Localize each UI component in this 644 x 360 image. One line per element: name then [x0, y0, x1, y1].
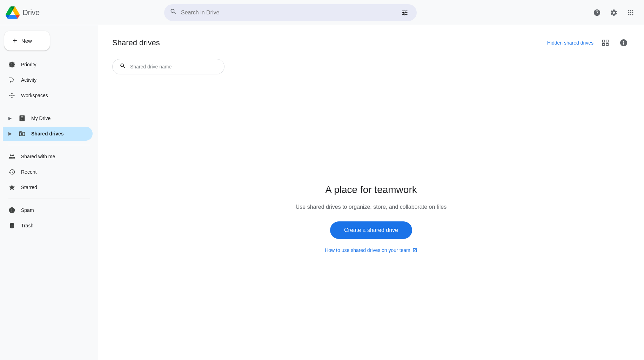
workspaces-label: Workspaces	[21, 93, 48, 98]
starred-icon	[8, 184, 15, 191]
priority-icon	[8, 61, 15, 68]
svg-point-3	[9, 95, 11, 96]
sidebar-item-shared-drives[interactable]: ▶ Shared drives	[3, 127, 93, 141]
trash-label: Trash	[21, 223, 33, 228]
logo-text: Drive	[22, 8, 40, 17]
help-button[interactable]	[589, 5, 605, 20]
spam-icon	[8, 207, 15, 214]
page-title: Shared drives	[112, 38, 160, 47]
sidebar-item-activity[interactable]: Activity	[3, 73, 93, 87]
header-actions: Hidden shared drives	[547, 36, 630, 49]
my-drive-label: My Drive	[31, 115, 51, 121]
logo-area[interactable]: Drive	[6, 6, 76, 20]
sidebar-divider-3	[8, 199, 90, 199]
search-drives-icon	[120, 63, 126, 71]
empty-state-title: A place for teamwork	[325, 184, 417, 195]
create-shared-drive-button[interactable]: Create a shared drive	[330, 221, 412, 239]
sidebar-item-my-drive[interactable]: ▶ My Drive	[3, 111, 93, 125]
svg-point-1	[13, 95, 14, 96]
activity-icon	[8, 76, 15, 84]
sidebar-item-priority[interactable]: Priority	[3, 58, 93, 72]
sidebar-divider-2	[8, 145, 90, 145]
recent-icon	[8, 168, 15, 175]
sidebar-item-recent[interactable]: Recent	[3, 165, 93, 179]
hidden-drives-link[interactable]: Hidden shared drives	[547, 40, 593, 46]
help-link-text: How to use shared drives on your team	[325, 247, 410, 253]
sidebar-divider-1	[8, 107, 90, 107]
settings-button[interactable]	[606, 5, 622, 20]
priority-label: Priority	[21, 62, 36, 67]
sidebar-item-workspaces[interactable]: Workspaces	[3, 88, 93, 102]
my-drive-icon	[19, 115, 26, 122]
shared-drives-label: Shared drives	[31, 131, 64, 136]
workspaces-icon	[8, 92, 15, 99]
drive-logo-icon	[6, 6, 20, 20]
search-drives-bar[interactable]	[112, 59, 224, 74]
grid-view-button[interactable]	[599, 36, 612, 49]
new-button-label: New	[21, 38, 32, 44]
svg-point-0	[11, 95, 12, 96]
spam-label: Spam	[21, 207, 34, 213]
sidebar-item-shared-with-me[interactable]: Shared with me	[3, 149, 93, 164]
sidebar-item-starred[interactable]: Starred	[3, 180, 93, 194]
shared-with-me-label: Shared with me	[21, 154, 55, 159]
search-icon	[170, 8, 177, 17]
search-bar[interactable]	[164, 4, 417, 21]
shared-drives-expand-icon: ▶	[8, 131, 12, 136]
external-link-icon	[412, 248, 417, 253]
activity-label: Activity	[21, 77, 36, 83]
sidebar-item-trash[interactable]: Trash	[3, 219, 93, 233]
recent-label: Recent	[21, 169, 36, 175]
empty-state-subtitle: Use shared drives to organize, store, an…	[296, 204, 447, 210]
topbar: Drive	[0, 0, 644, 25]
search-filter-button[interactable]	[398, 6, 411, 19]
trash-icon	[8, 222, 15, 229]
svg-point-2	[11, 97, 12, 98]
sidebar-item-spam[interactable]: Spam	[3, 203, 93, 217]
info-button[interactable]	[617, 36, 630, 49]
plus-icon: +	[13, 36, 17, 45]
apps-button[interactable]	[623, 5, 638, 20]
search-drives-input[interactable]	[130, 64, 217, 69]
new-button[interactable]: + New	[4, 31, 50, 51]
shared-drives-icon	[19, 130, 26, 137]
shared-with-me-icon	[8, 153, 15, 160]
empty-state: A place for teamwork Use shared drives t…	[112, 88, 630, 349]
search-input[interactable]	[181, 9, 394, 16]
content-header: Shared drives Hidden shared drives	[112, 36, 630, 49]
sidebar: + New Priority Activity Workspaces	[0, 25, 98, 360]
my-drive-expand-icon: ▶	[8, 116, 12, 121]
svg-point-4	[11, 93, 12, 94]
topbar-right	[589, 5, 638, 20]
starred-label: Starred	[21, 185, 37, 190]
main-layout: + New Priority Activity Workspaces	[0, 25, 644, 360]
content-area: Shared drives Hidden shared drives A pla…	[98, 25, 644, 360]
help-link[interactable]: How to use shared drives on your team	[325, 247, 417, 253]
